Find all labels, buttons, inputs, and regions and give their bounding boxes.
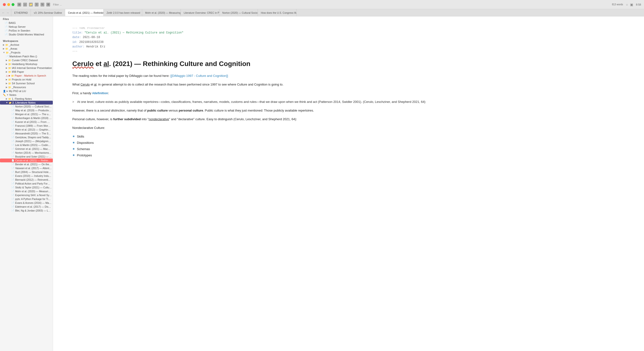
- sidebar-note-item-33[interactable]: 📄Burt (2004) — Structural Holes and Good…: [0, 170, 53, 174]
- para-personal: Personal culture, however, is further su…: [72, 117, 625, 122]
- sidebar-note-item-24[interactable]: 📄Gentzkow, Shapiro and Taddy (2019) — Me…: [0, 135, 53, 139]
- file-icon: 📄: [12, 132, 14, 135]
- tab-seminar[interactable]: v3: 20%-Seminar Outline: [31, 9, 65, 16]
- sidebar-note-item-35[interactable]: 📄Biernacki (2012) — Reinventing Evidence…: [0, 178, 53, 182]
- chevron-right-icon: ▶: [9, 74, 10, 77]
- forward-icon[interactable]: →: [6, 11, 9, 14]
- sidebar-note-item-23[interactable]: 📄Alessandretti (2020) — The Scales of Hu…: [0, 132, 53, 135]
- further-subdivided-bold: further subdivided: [113, 117, 141, 121]
- sidebar-item-curate-crec[interactable]: ▶ 📁 Curate CREC Dataset: [0, 58, 53, 62]
- sidebar-note-item-20[interactable]: 📄Kusner et al (2015) — From Word Embeddi…: [0, 120, 53, 124]
- sidebar-file-ba6g[interactable]: 📄 BA6G: [0, 21, 53, 25]
- chevron-right-icon: ▶: [6, 78, 8, 81]
- folder-icon: 📁: [5, 44, 8, 46]
- refresh-icon[interactable]: ↻: [40, 3, 44, 6]
- sidebar-note-item-37[interactable]: 📄Stoltz & Taylor (2021) — Cultural Carto…: [0, 186, 53, 189]
- sidebar-item-literature-notes[interactable]: ▼ 📁 2. Literature Notes: [0, 101, 53, 105]
- circle-icon[interactable]: ○: [626, 3, 628, 6]
- sidebar-note-item-27[interactable]: 📄Grimmer et al. (2021) — Machine Learnin…: [0, 147, 53, 151]
- search-icon[interactable]: ⌕: [23, 3, 27, 6]
- para-general: What Cerulo et al. in general attempt to…: [72, 82, 625, 87]
- heading-cerulo: Cerulo: [72, 60, 94, 67]
- sidebar-item-projects[interactable]: ▼ 📁 _Projects: [0, 51, 53, 54]
- share-icon[interactable]: ⇪: [35, 3, 38, 6]
- folder-icon: 📁: [5, 47, 8, 50]
- grid-icon[interactable]: ⊞: [17, 3, 21, 6]
- sidebar-note-item-16[interactable]: 📄Norton (2020) — Cultural Sociology meet…: [0, 105, 53, 108]
- sidebar-note-item-19[interactable]: 📄Borkenhagen & Martin (2018) — Status an…: [0, 116, 53, 120]
- sidebar-note-item-28[interactable]: 📄Norton (2014) — Mechanisms and Meaning …: [0, 151, 53, 155]
- nondeclarative-label: Nondeclarative Culture:: [72, 125, 625, 131]
- tab-congress[interactable]: How does the U.S. Congress Work?: [258, 9, 296, 16]
- file-icon: 📄: [12, 159, 14, 162]
- sidebar-note-item-40[interactable]: 📄pyts: A Python Package for Time Series …: [0, 197, 53, 201]
- filter-input[interactable]: Filter ...: [53, 3, 62, 6]
- sidebar-item-resources[interactable]: ▶ 📁 _Resources: [0, 85, 53, 89]
- second-distinction-italic: second distinction: [100, 109, 125, 112]
- sidebar-file-netcup[interactable]: 📄 Netcup Server: [0, 25, 53, 29]
- tab-etherpad[interactable]: ETHERPAD: [11, 9, 31, 16]
- sidebar-item-heidelberg[interactable]: ▶ 📁 Heidelberg Workshop: [0, 62, 53, 66]
- sidebar-item-paper-markets[interactable]: ⚠ ▶ 📁 Paper - Markets in Speech: [0, 74, 53, 78]
- folder-icon: 📁: [11, 74, 14, 77]
- close-button[interactable]: [3, 3, 6, 6]
- sidebar-file-ghibli[interactable]: 📄 Studio Ghibli-Movies Watched: [0, 32, 53, 36]
- cerulo-ref: Cerulo: [80, 83, 90, 86]
- sidebar-note-item-34[interactable]: 📄Evans (2010) — Industry Induces Academi…: [0, 174, 53, 178]
- sidebar-note-item-39[interactable]: 📄Experiencing SAX: a Novel Symbolic Repr…: [0, 193, 53, 197]
- sidebar-item-s4-summer[interactable]: ▶ 📁 S4 Summer School: [0, 81, 53, 85]
- chevron-right-icon: ▶: [6, 63, 8, 65]
- hashtag-definition[interactable]: #definition: [92, 91, 108, 95]
- sidebar-item-irb[interactable]: ▶ 📁 IRB Paper: [0, 70, 53, 74]
- file-icon: 📄: [12, 121, 14, 123]
- sidebar-note-item-31[interactable]: 📄Bender et al. (2021) — On the Dangers o…: [0, 162, 53, 166]
- chevron-right-icon: ▶: [6, 86, 8, 88]
- sidebar-note-item-18[interactable]: 📄Morgan et al. (2021) — The unequal impa…: [0, 112, 53, 116]
- titlebar-right: 813 words ○ ▣ 8:58: [612, 3, 641, 6]
- sidebar-note-item-29[interactable]: 📄Boutyline and Soter (2021) — Cultural S…: [0, 155, 53, 159]
- sidebar-note-item-43[interactable]: 📄Blei, Ng & Jordan (2003) — Latent Diric…: [0, 209, 53, 213]
- folder-icon: 📁: [8, 82, 11, 85]
- back-icon[interactable]: ←: [2, 11, 5, 14]
- file-icon: 📄: [5, 29, 8, 32]
- minimize-button[interactable]: [7, 3, 10, 6]
- sidebar-note-item-21[interactable]: 📄Franzosi (1989) — From Words to Numbers…: [0, 124, 53, 128]
- sidebar-note-item-32[interactable]: 📄Vaswani et al. (2017) — Attention is al…: [0, 166, 53, 170]
- tab-literature[interactable]: Literature Overview: CREC in Political l: [181, 9, 219, 16]
- sidebar-item-projects-hold[interactable]: ▶ 📁 Projects on Hold: [0, 78, 53, 81]
- bullet-star-2: ✴: [72, 140, 75, 145]
- sidebar-item-areas[interactable]: ▶ 📁 _Areas: [0, 47, 53, 51]
- sidebar-item-phd[interactable]: 👤 ▶ My PhD at LiU: [0, 89, 53, 93]
- tab-cerulo[interactable]: Cerulo et al. (2021) — Rethinking Cultu.: [65, 9, 104, 16]
- sidebar-note-item-38[interactable]: 📄Mohr et al. (2020) — Measuring Culture: [0, 189, 53, 193]
- dimaggio-link[interactable]: [[DiMaggio 1997 - Culture and Cognition]…: [170, 74, 228, 78]
- folder-icon[interactable]: 📁: [29, 3, 33, 6]
- sidebar-item-markdown-patch[interactable]: 📄 Markdown Patch files (): [0, 54, 53, 58]
- folder-icon: 📁: [8, 86, 11, 89]
- sidebar-item-fleeting-notes[interactable]: ▶ 📁 1. Fleeting Notes: [0, 97, 53, 101]
- sidebar-note-item-30[interactable]: 📄Cerulo et al. (2021) — Rethinking Cultu…: [0, 159, 53, 162]
- sidebar: Files 📄 BA6G 📄 Netcup Server 📄 PolSoc in…: [0, 16, 53, 351]
- sidebar-toggle-icon[interactable]: ▣: [630, 3, 633, 6]
- para-dimaggio: The reading notes for the initial paper …: [72, 73, 625, 78]
- sidebar-note-item-22[interactable]: 📄Mohr et al. (2013) — Graphing the Gramm…: [0, 128, 53, 132]
- sidebar-file-polsoc[interactable]: 📄 PolSoc in Sweden: [0, 29, 53, 32]
- list-item-skills: ✴ Skills: [72, 134, 625, 139]
- sidebar-note-item-17[interactable]: 📄Way et al. (2019) — Productivity, promi…: [0, 108, 53, 112]
- sidebar-item-notes[interactable]: ✏️ ▼ Notes: [0, 93, 53, 97]
- tab-mohr[interactable]: Mohr et al. (2020) — Measuring Cultur: [142, 9, 181, 16]
- sidebar-item-archive[interactable]: ▶ 📁 _Archive: [0, 43, 53, 47]
- sidebar-note-item-42[interactable]: 📄Edelmann et al. (2017) — Disparate foun…: [0, 205, 53, 209]
- tab-norton[interactable]: Norton (2020) — Cultural Sociology m: [219, 9, 258, 16]
- sidebar-note-item-41[interactable]: 📄Evans & Aceves (2016) — Machine Transla…: [0, 201, 53, 205]
- sidebar-note-item-36[interactable]: 📄Political Action and Party Formation in…: [0, 182, 53, 186]
- file-icon: 📄: [12, 152, 14, 154]
- tab-zettlr[interactable]: Zettlr 2.0.0 has been released: [104, 9, 142, 16]
- sidebar-note-item-25[interactable]: 📄Joseph (2021) — (Mis)alignment Between …: [0, 139, 53, 143]
- gear-icon[interactable]: ⚙: [46, 3, 50, 6]
- maximize-button[interactable]: [12, 3, 14, 6]
- sidebar-item-ias[interactable]: ▶ 📁 IAS Internal Seminar Presentation: [0, 66, 53, 70]
- sidebar-note-item-26[interactable]: 📄Lee & Martin (2015) — Coding, counting …: [0, 143, 53, 147]
- heading-al: al: [104, 60, 109, 67]
- personal-culture-bold: personal culture: [178, 109, 203, 112]
